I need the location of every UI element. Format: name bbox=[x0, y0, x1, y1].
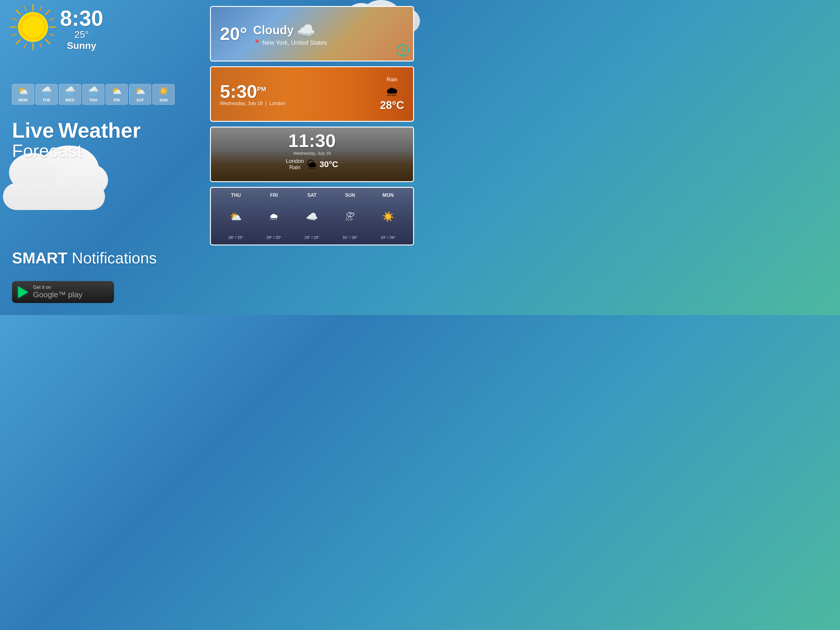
widget3-time: 11:30 bbox=[220, 131, 404, 151]
left-panel: 8:30 25° Sunny ⛅ MON 🌧️ TUE 🌧️ WED 🌧️ TH… bbox=[0, 0, 204, 315]
widget4-content: THU ⛅ 28° / 25° FRI 🌧 29° / 25° SAT ☁️ 2… bbox=[211, 188, 413, 245]
time-display: 8:30 25° Sunny bbox=[60, 8, 103, 51]
forecast-day-fri: ⛅ FRI bbox=[106, 84, 128, 105]
play-google-text: Google™ play bbox=[33, 290, 82, 299]
forecast-fri-icon: 🌧 bbox=[269, 211, 279, 222]
forecast-sat-temps: 29° / 25° bbox=[305, 235, 319, 240]
forecast-thu-temps: 28° / 25° bbox=[228, 235, 243, 240]
widget-forest-night: 11:30 Wednesday, July 18 London Rain 🌦 3… bbox=[210, 126, 414, 182]
svg-line-11 bbox=[40, 6, 42, 11]
smart-regular-text: Notifications bbox=[68, 249, 157, 267]
forecast-label-sun: SUN bbox=[159, 98, 167, 102]
cloud-icon: ☁️ bbox=[297, 22, 315, 39]
svg-line-8 bbox=[46, 39, 50, 44]
widget2-time: 5:30PM bbox=[220, 82, 380, 101]
forecast-day-sat: ⛅ SAT bbox=[129, 84, 151, 105]
svg-line-14 bbox=[49, 34, 54, 36]
widget1-condition: Cloudy bbox=[253, 24, 294, 37]
smart-bold-text: SMART bbox=[12, 249, 68, 267]
forecast-label-tue: TUE bbox=[43, 98, 51, 102]
widget3-weather-icon: 🌦 bbox=[307, 159, 316, 170]
location-pin-icon: 📍 bbox=[253, 39, 261, 46]
forecast-sat-label: SAT bbox=[308, 193, 317, 198]
widget2-date: Wednesday, July 18 | London bbox=[220, 101, 380, 106]
widget2-city: London bbox=[269, 101, 285, 106]
weekly-forecast: ⛅ MON 🌧️ TUE 🌧️ WED 🌧️ THU ⛅ FRI ⛅ SAT ☀… bbox=[12, 84, 175, 105]
forecast-day-tue: 🌧️ TUE bbox=[35, 84, 58, 105]
forecast-sun: SUN ⛈ 31° / 26° bbox=[331, 193, 369, 240]
title-forecast: Forecast bbox=[12, 141, 141, 161]
google-play-button[interactable]: Get it on Google™ play bbox=[12, 281, 114, 303]
svg-line-16 bbox=[24, 44, 26, 48]
forecast-icon-sun: ☀️ bbox=[154, 86, 173, 96]
widget3-city: London bbox=[286, 158, 304, 164]
widget3-condition: Rain bbox=[286, 164, 304, 171]
forecast-fri: FRI 🌧 29° / 25° bbox=[255, 193, 293, 240]
widget1-location: 📍 New York, United States bbox=[253, 39, 404, 46]
widget2-ampm: PM bbox=[257, 86, 266, 92]
forecast-thu-icon: ⛅ bbox=[230, 211, 242, 222]
widget1-temperature: 20° bbox=[220, 24, 247, 44]
widget1-city: New York, United States bbox=[262, 39, 327, 46]
forecast-thu-label: THU bbox=[231, 193, 241, 198]
widget2-time-value: 5:30 bbox=[220, 81, 257, 102]
svg-point-2 bbox=[22, 16, 44, 38]
right-panel-widgets: 20° Cloudy ☁️ 📍 New York, United States … bbox=[210, 6, 414, 245]
svg-line-18 bbox=[12, 18, 16, 20]
widget2-condition: Rain bbox=[380, 76, 404, 83]
widget2-right: Rain 🌧 28°C bbox=[380, 76, 404, 112]
widget3-bottom: London Rain 🌦 30°C bbox=[220, 158, 404, 171]
play-get-it-text: Get it on bbox=[33, 285, 82, 290]
forecast-fri-label: FRI bbox=[270, 193, 278, 198]
forecast-sat-icon: ☁️ bbox=[306, 211, 318, 222]
forecast-mon-label: MON bbox=[382, 193, 393, 198]
widget-mountain-forecast: THU ⛅ 28° / 25° FRI 🌧 29° / 25° SAT ☁️ 2… bbox=[210, 187, 414, 245]
condition-display: Sunny bbox=[60, 40, 103, 51]
forecast-icon-tue: 🌧️ bbox=[37, 86, 56, 96]
smart-notifications-label: SMART Notifications bbox=[12, 249, 157, 267]
forecast-icon-fri: ⛅ bbox=[107, 86, 126, 96]
widget4-days: THU ⛅ 28° / 25° FRI 🌧 29° / 25° SAT ☁️ 2… bbox=[217, 193, 407, 240]
forecast-sun-label: SUN bbox=[345, 193, 355, 198]
forecast-day-thu: 🌧️ THU bbox=[82, 84, 104, 105]
widget3-content: 11:30 Wednesday, July 18 London Rain 🌦 3… bbox=[211, 128, 413, 181]
svg-line-13 bbox=[49, 18, 54, 20]
forecast-mon: MON ☀️ 33° / 26° bbox=[369, 193, 407, 240]
forecast-label-wed: WED bbox=[65, 98, 74, 102]
svg-line-12 bbox=[46, 11, 49, 14]
forecast-icon-thu: 🌧️ bbox=[84, 86, 103, 96]
forecast-fri-temps: 29° / 25° bbox=[267, 235, 281, 240]
forecast-label-sat: SAT bbox=[136, 98, 144, 102]
widget1-content: 20° Cloudy ☁️ 📍 New York, United States … bbox=[211, 7, 413, 61]
widget2-temperature: 28°C bbox=[380, 99, 404, 112]
title-weather: Weather bbox=[58, 120, 141, 141]
play-text: Get it on Google™ play bbox=[33, 285, 82, 299]
widget2-left: 5:30PM Wednesday, July 18 | London bbox=[220, 82, 380, 106]
forecast-mon-icon: ☀️ bbox=[382, 211, 394, 222]
svg-line-7 bbox=[16, 10, 21, 14]
forecast-label-fri: FRI bbox=[114, 98, 120, 102]
widget2-date-value: Wednesday, July 18 bbox=[220, 101, 263, 106]
forecast-day-mon: ⛅ MON bbox=[12, 84, 34, 105]
app-title: Live Weather Forecast bbox=[12, 120, 141, 161]
forecast-day-wed: 🌧️ WED bbox=[59, 84, 81, 105]
title-live: Live bbox=[12, 120, 54, 141]
widget3-date: Wednesday, July 18 bbox=[220, 151, 404, 156]
temperature-display: 25° bbox=[60, 29, 103, 40]
forecast-icon-wed: 🌧️ bbox=[60, 86, 79, 96]
forecast-sat: SAT ☁️ 29° / 25° bbox=[293, 193, 331, 240]
forecast-mon-temps: 33° / 26° bbox=[381, 235, 396, 240]
forecast-label-mon: MON bbox=[19, 98, 28, 102]
clock-time: 8:30 bbox=[60, 8, 103, 29]
forecast-thu: THU ⛅ 28° / 25° bbox=[217, 193, 255, 240]
widget1-right: Cloudy ☁️ 📍 New York, United States bbox=[253, 22, 404, 46]
google-word: Google bbox=[33, 290, 58, 299]
widget2-content: 5:30PM Wednesday, July 18 | London Rain … bbox=[211, 67, 413, 121]
svg-line-10 bbox=[16, 39, 21, 44]
forecast-sun-temps: 31° / 26° bbox=[343, 235, 358, 240]
widget-cloudy-newyork: 20° Cloudy ☁️ 📍 New York, United States … bbox=[210, 6, 414, 62]
forecast-icon-mon: ⛅ bbox=[14, 86, 33, 96]
widget1-refresh-button[interactable]: ↻ bbox=[397, 44, 409, 57]
svg-line-17 bbox=[12, 34, 16, 36]
widget-rain-london-sunset: 5:30PM Wednesday, July 18 | London Rain … bbox=[210, 66, 414, 122]
